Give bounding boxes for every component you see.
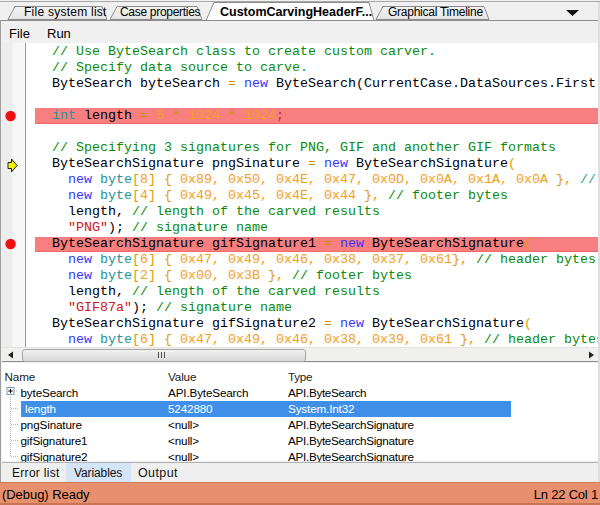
svg-text:Case properties: Case properties — [120, 5, 201, 19]
svg-text:Graphical Timeline: Graphical Timeline — [388, 5, 483, 19]
svg-text:CustomCarvingHeaderF...: CustomCarvingHeaderF... — [220, 5, 372, 19]
svg-text:File system list: File system list — [24, 5, 107, 19]
